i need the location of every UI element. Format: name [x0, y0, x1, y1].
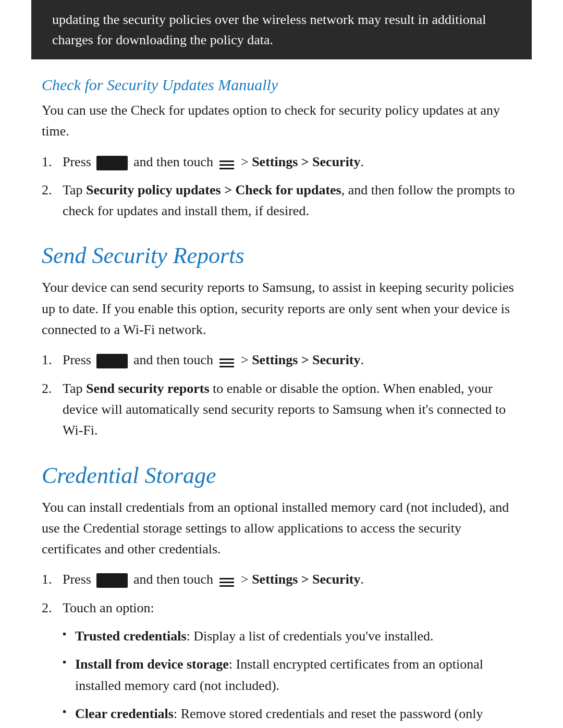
- credential-storage-body: You can install credentials from an opti…: [42, 497, 521, 560]
- step-bold-2: Send security reports: [86, 381, 209, 396]
- credential-bullets: Trusted credentials: Display a list of c…: [63, 626, 521, 728]
- svg-rect-3: [219, 359, 234, 360]
- send-security-step-1: 1. Press and then touch > Settings > Sec…: [42, 350, 521, 371]
- page-container: updating the security policies over the …: [0, 0, 563, 728]
- svg-rect-1: [219, 164, 234, 166]
- svg-rect-2: [219, 168, 234, 169]
- check-updates-step-1: 1. Press and then touch > Settings > Sec…: [42, 152, 521, 172]
- step-num: 1.: [42, 152, 52, 172]
- credential-storage-heading: Credential Storage: [42, 462, 521, 489]
- credential-step-2: 2. Touch an option:: [42, 598, 521, 619]
- step-num-2: 2.: [42, 378, 52, 399]
- credential-storage-section: Credential Storage You can install crede…: [42, 462, 521, 728]
- clear-cred-label: Clear credentials: [75, 706, 174, 721]
- step-num-2: 2.: [42, 598, 52, 619]
- check-updates-steps: 1. Press and then touch > Settings > Sec…: [42, 152, 521, 222]
- step-settings-text-3: Settings > Security: [252, 572, 360, 587]
- step-bold: Security policy updates > Check for upda…: [86, 182, 341, 198]
- top-note-text: updating the security policies over the …: [52, 12, 486, 47]
- home-button: [96, 156, 128, 170]
- step-settings-text: Settings > Security: [252, 154, 360, 169]
- step-num: 1.: [42, 350, 52, 371]
- top-note-box: updating the security policies over the …: [31, 0, 532, 59]
- send-security-section: Send Security Reports Your device can se…: [42, 242, 521, 441]
- menu-icon-2: [218, 355, 235, 367]
- svg-rect-4: [219, 362, 234, 364]
- credential-step-1: 1. Press and then touch > Settings > Sec…: [42, 569, 521, 590]
- check-updates-body: You can use the Check for updates option…: [42, 100, 521, 142]
- home-button-3: [96, 573, 128, 588]
- check-updates-step-2: 2. Tap Security policy updates > Check f…: [42, 180, 521, 222]
- svg-rect-6: [219, 578, 234, 579]
- menu-icon: [218, 157, 235, 169]
- install-storage-label: Install from device storage: [75, 657, 229, 672]
- send-security-steps: 1. Press and then touch > Settings > Sec…: [42, 350, 521, 441]
- credential-bullet-1: Trusted credentials: Display a list of c…: [63, 626, 521, 647]
- step-settings-text-2: Settings > Security: [252, 352, 360, 367]
- home-button-2: [96, 354, 128, 368]
- send-security-body: Your device can send security reports to…: [42, 277, 521, 340]
- send-security-step-2: 2. Tap Send security reports to enable o…: [42, 378, 521, 441]
- check-updates-heading: Check for Security Updates Manually: [42, 76, 521, 94]
- credential-bullet-2: Install from device storage: Install enc…: [63, 654, 521, 696]
- svg-rect-7: [219, 582, 234, 583]
- credential-storage-steps: 1. Press and then touch > Settings > Sec…: [42, 569, 521, 619]
- step-num: 1.: [42, 569, 52, 590]
- send-security-heading: Send Security Reports: [42, 242, 521, 269]
- credential-bullet-3: Clear credentials: Remove stored credent…: [63, 704, 521, 728]
- menu-icon-3: [218, 574, 235, 587]
- svg-rect-8: [219, 585, 234, 587]
- trusted-cred-label: Trusted credentials: [75, 628, 187, 644]
- svg-rect-0: [219, 161, 234, 162]
- svg-rect-5: [219, 366, 234, 367]
- content-area: Check for Security Updates Manually You …: [0, 76, 563, 728]
- check-updates-section: Check for Security Updates Manually You …: [42, 76, 521, 221]
- step-num-2: 2.: [42, 180, 52, 201]
